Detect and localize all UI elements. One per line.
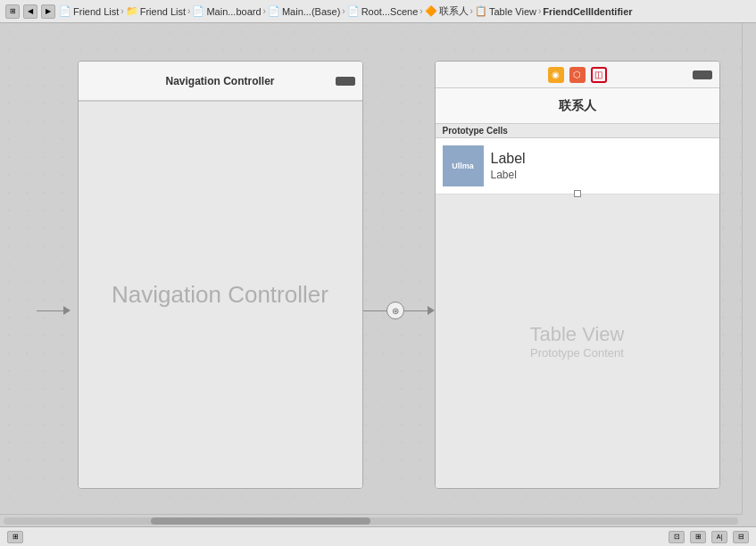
zoom-out-button[interactable]: ⊟ — [733, 531, 749, 543]
breadcrumb-sep: › — [538, 6, 541, 16]
tv-empty-area: Table View Prototype Content — [436, 194, 719, 488]
table-view-scene: ◉ ⬡ ◫ 联系人 Prototype Cells Ullma — [435, 61, 720, 489]
cell-primary-label: Label — [491, 151, 526, 167]
grid-view-button[interactable]: ⊞ — [7, 531, 23, 543]
grid-menu-button[interactable]: ⊞ — [5, 4, 20, 19]
breadcrumb-item-friendlist1[interactable]: 📄 Friend List — [59, 5, 119, 17]
table-row[interactable]: Ullma Label Label — [436, 138, 719, 194]
segue-icon[interactable]: ⊛ — [386, 302, 404, 319]
nav-watermark: Navigation Controller — [112, 281, 328, 309]
breadcrumb-item-lianxiren[interactable]: 🔶 联系人 — [425, 4, 469, 18]
doc-icon: 📄 — [192, 5, 204, 17]
breadcrumb-item-mainbase[interactable]: 📄 Main...(Base) — [268, 5, 340, 17]
list-icon: 📋 — [475, 5, 487, 17]
tv-body: ◉ ⬡ ◫ 联系人 Prototype Cells Ullma — [436, 62, 719, 488]
breadcrumb-label: Table View — [489, 6, 536, 17]
forward-button[interactable]: ▶ — [41, 4, 55, 19]
table-view-frame[interactable]: ◉ ⬡ ◫ 联系人 Prototype Cells Ullma — [435, 61, 720, 489]
connector-line — [363, 310, 386, 311]
entry-line — [37, 310, 63, 311]
nav-controller-scene: Navigation Controller Navigation Control… — [78, 61, 363, 489]
tv-body-sublabel: Prototype Content — [530, 346, 624, 360]
thumbnail-text: Ullma — [452, 161, 474, 170]
top-toolbar: ⊞ ◀ ▶ 📄 Friend List › 📁 Friend List › 📄 … — [0, 0, 756, 23]
breadcrumb-sep: › — [187, 6, 190, 16]
nav-bar-title: Navigation Controller — [165, 75, 274, 87]
orange-icon: 🔶 — [425, 5, 437, 17]
cell-resize-handle[interactable] — [574, 190, 581, 197]
scene-connector: ⊛ — [363, 302, 435, 319]
scroll-track — [4, 517, 738, 525]
tv-nav-title: 联系人 — [559, 98, 596, 114]
breadcrumb-label: Friend List — [140, 6, 186, 17]
nav-controller-frame[interactable]: Navigation Controller Navigation Control… — [78, 61, 363, 489]
prototype-cells-header: Prototype Cells — [436, 124, 719, 138]
tv-body-label: Table View — [530, 323, 625, 346]
doc-icon: 📄 — [268, 5, 280, 17]
cell-labels: Label Label — [491, 151, 526, 181]
status-bar: ◉ ⬡ ◫ — [436, 62, 719, 88]
breadcrumb-label: FriendCellIdentifier — [543, 6, 632, 17]
cell-thumbnail: Ullma — [443, 145, 484, 186]
entry-arrowhead — [63, 306, 71, 315]
breadcrumb-sep: › — [120, 6, 123, 16]
breadcrumb-item-tableview[interactable]: 📋 Table View — [475, 5, 536, 17]
red-status-icon: ◫ — [591, 67, 607, 83]
storyboard-canvas: Navigation Controller Navigation Control… — [0, 23, 756, 526]
bottom-status-bar: ⊞ ⊡ ⊞ A| ⊟ — [0, 526, 756, 546]
breadcrumb-item-friendcellid[interactable]: FriendCellIdentifier — [543, 6, 632, 17]
tv-nav-bar: 联系人 — [436, 88, 719, 124]
phone-body: Navigation Controller Navigation Control… — [79, 62, 362, 488]
orange-status-icon: ⬡ — [569, 67, 586, 83]
breadcrumb-label: Friend List — [73, 6, 119, 17]
bottom-status-left: ⊞ — [7, 531, 23, 543]
canvas-area: Navigation Controller Navigation Control… — [0, 23, 756, 526]
breadcrumb-item-rootscene[interactable]: 📄 Root...Scene — [347, 5, 419, 17]
battery-icon-tv — [693, 70, 712, 79]
vertical-scrollbar[interactable] — [742, 23, 756, 514]
horizontal-scrollbar[interactable] — [0, 514, 742, 526]
breadcrumb: 📄 Friend List › 📁 Friend List › 📄 Main..… — [59, 4, 633, 18]
scroll-thumb[interactable] — [151, 517, 371, 525]
breadcrumb-item-mainboard[interactable]: 📄 Main...board — [192, 5, 261, 17]
breadcrumb-sep: › — [470, 6, 473, 16]
connector-arrow — [428, 306, 435, 315]
breadcrumb-label: Main...(Base) — [282, 6, 340, 17]
back-button[interactable]: ◀ — [23, 4, 37, 19]
breadcrumb-sep: › — [420, 6, 422, 16]
breadcrumb-label: 联系人 — [439, 4, 469, 18]
breadcrumb-sep: › — [342, 6, 345, 16]
zoom-fit-button[interactable]: ⊡ — [669, 531, 685, 543]
zoom-text-button[interactable]: A| — [711, 531, 727, 543]
breadcrumb-label: Main...board — [206, 6, 261, 17]
breadcrumb-item-friendlist2[interactable]: 📁 Friend List — [126, 5, 186, 17]
doc-icon: 📄 — [347, 5, 360, 17]
breadcrumb-sep: › — [263, 6, 266, 16]
connector-line-2 — [404, 310, 428, 311]
battery-icon — [336, 77, 355, 86]
nav-content: Navigation Controller — [79, 102, 362, 488]
cell-secondary-label: Label — [491, 169, 526, 181]
phone-nav-bar: Navigation Controller — [79, 62, 362, 101]
folder-icon: 📁 — [126, 5, 138, 17]
bottom-status-right: ⊡ ⊞ A| ⊟ — [669, 531, 749, 543]
breadcrumb-label: Root...Scene — [361, 6, 419, 17]
yellow-status-icon: ◉ — [548, 67, 564, 83]
zoom-actual-button[interactable]: ⊞ — [690, 531, 706, 543]
doc-icon: 📄 — [59, 5, 71, 17]
entry-arrow — [37, 306, 71, 315]
